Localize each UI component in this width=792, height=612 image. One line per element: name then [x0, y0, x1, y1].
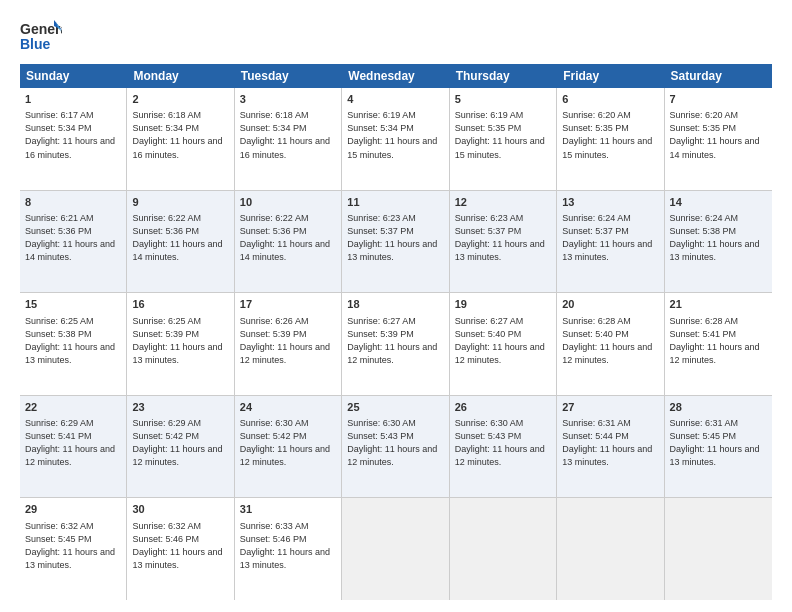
- day-number: 1: [25, 92, 121, 107]
- day-number: 8: [25, 195, 121, 210]
- calendar-cell: 8Sunrise: 6:21 AM Sunset: 5:36 PM Daylig…: [20, 191, 127, 293]
- calendar-cell: 20Sunrise: 6:28 AM Sunset: 5:40 PM Dayli…: [557, 293, 664, 395]
- calendar-cell: 16Sunrise: 6:25 AM Sunset: 5:39 PM Dayli…: [127, 293, 234, 395]
- calendar-cell: 28Sunrise: 6:31 AM Sunset: 5:45 PM Dayli…: [665, 396, 772, 498]
- calendar-cell: 6Sunrise: 6:20 AM Sunset: 5:35 PM Daylig…: [557, 88, 664, 190]
- calendar-cell: 14Sunrise: 6:24 AM Sunset: 5:38 PM Dayli…: [665, 191, 772, 293]
- day-number: 17: [240, 297, 336, 312]
- day-number: 21: [670, 297, 767, 312]
- calendar-cell: 31Sunrise: 6:33 AM Sunset: 5:46 PM Dayli…: [235, 498, 342, 600]
- calendar-cell: [342, 498, 449, 600]
- day-number: 16: [132, 297, 228, 312]
- weekday-header: Sunday: [20, 64, 127, 88]
- day-number: 12: [455, 195, 551, 210]
- calendar-row: 8Sunrise: 6:21 AM Sunset: 5:36 PM Daylig…: [20, 191, 772, 294]
- calendar-cell: 7Sunrise: 6:20 AM Sunset: 5:35 PM Daylig…: [665, 88, 772, 190]
- calendar-cell: 12Sunrise: 6:23 AM Sunset: 5:37 PM Dayli…: [450, 191, 557, 293]
- cell-content: Sunrise: 6:25 AM Sunset: 5:38 PM Dayligh…: [25, 315, 121, 367]
- cell-content: Sunrise: 6:25 AM Sunset: 5:39 PM Dayligh…: [132, 315, 228, 367]
- calendar-cell: 19Sunrise: 6:27 AM Sunset: 5:40 PM Dayli…: [450, 293, 557, 395]
- calendar-cell: [450, 498, 557, 600]
- cell-content: Sunrise: 6:17 AM Sunset: 5:34 PM Dayligh…: [25, 109, 121, 161]
- day-number: 19: [455, 297, 551, 312]
- calendar-cell: 29Sunrise: 6:32 AM Sunset: 5:45 PM Dayli…: [20, 498, 127, 600]
- calendar-row: 29Sunrise: 6:32 AM Sunset: 5:45 PM Dayli…: [20, 498, 772, 600]
- weekday-header: Friday: [557, 64, 664, 88]
- cell-content: Sunrise: 6:30 AM Sunset: 5:43 PM Dayligh…: [347, 417, 443, 469]
- cell-content: Sunrise: 6:20 AM Sunset: 5:35 PM Dayligh…: [670, 109, 767, 161]
- cell-content: Sunrise: 6:23 AM Sunset: 5:37 PM Dayligh…: [455, 212, 551, 264]
- cell-content: Sunrise: 6:18 AM Sunset: 5:34 PM Dayligh…: [240, 109, 336, 161]
- day-number: 7: [670, 92, 767, 107]
- day-number: 18: [347, 297, 443, 312]
- calendar-header: SundayMondayTuesdayWednesdayThursdayFrid…: [20, 64, 772, 88]
- weekday-header: Saturday: [665, 64, 772, 88]
- day-number: 26: [455, 400, 551, 415]
- calendar: SundayMondayTuesdayWednesdayThursdayFrid…: [20, 64, 772, 600]
- cell-content: Sunrise: 6:31 AM Sunset: 5:45 PM Dayligh…: [670, 417, 767, 469]
- calendar-cell: 30Sunrise: 6:32 AM Sunset: 5:46 PM Dayli…: [127, 498, 234, 600]
- calendar-cell: 17Sunrise: 6:26 AM Sunset: 5:39 PM Dayli…: [235, 293, 342, 395]
- calendar-body: 1Sunrise: 6:17 AM Sunset: 5:34 PM Daylig…: [20, 88, 772, 600]
- cell-content: Sunrise: 6:27 AM Sunset: 5:40 PM Dayligh…: [455, 315, 551, 367]
- calendar-cell: 18Sunrise: 6:27 AM Sunset: 5:39 PM Dayli…: [342, 293, 449, 395]
- weekday-header: Tuesday: [235, 64, 342, 88]
- cell-content: Sunrise: 6:32 AM Sunset: 5:46 PM Dayligh…: [132, 520, 228, 572]
- cell-content: Sunrise: 6:29 AM Sunset: 5:42 PM Dayligh…: [132, 417, 228, 469]
- calendar-row: 22Sunrise: 6:29 AM Sunset: 5:41 PM Dayli…: [20, 396, 772, 499]
- day-number: 14: [670, 195, 767, 210]
- calendar-cell: 21Sunrise: 6:28 AM Sunset: 5:41 PM Dayli…: [665, 293, 772, 395]
- calendar-row: 1Sunrise: 6:17 AM Sunset: 5:34 PM Daylig…: [20, 88, 772, 191]
- calendar-cell: 24Sunrise: 6:30 AM Sunset: 5:42 PM Dayli…: [235, 396, 342, 498]
- header: GeneralBlue: [20, 18, 772, 56]
- calendar-cell: 15Sunrise: 6:25 AM Sunset: 5:38 PM Dayli…: [20, 293, 127, 395]
- weekday-header: Monday: [127, 64, 234, 88]
- day-number: 3: [240, 92, 336, 107]
- day-number: 6: [562, 92, 658, 107]
- calendar-cell: 11Sunrise: 6:23 AM Sunset: 5:37 PM Dayli…: [342, 191, 449, 293]
- calendar-cell: 26Sunrise: 6:30 AM Sunset: 5:43 PM Dayli…: [450, 396, 557, 498]
- day-number: 25: [347, 400, 443, 415]
- day-number: 4: [347, 92, 443, 107]
- calendar-cell: 9Sunrise: 6:22 AM Sunset: 5:36 PM Daylig…: [127, 191, 234, 293]
- cell-content: Sunrise: 6:30 AM Sunset: 5:42 PM Dayligh…: [240, 417, 336, 469]
- calendar-cell: 13Sunrise: 6:24 AM Sunset: 5:37 PM Dayli…: [557, 191, 664, 293]
- day-number: 2: [132, 92, 228, 107]
- cell-content: Sunrise: 6:29 AM Sunset: 5:41 PM Dayligh…: [25, 417, 121, 469]
- cell-content: Sunrise: 6:30 AM Sunset: 5:43 PM Dayligh…: [455, 417, 551, 469]
- cell-content: Sunrise: 6:32 AM Sunset: 5:45 PM Dayligh…: [25, 520, 121, 572]
- cell-content: Sunrise: 6:28 AM Sunset: 5:41 PM Dayligh…: [670, 315, 767, 367]
- cell-content: Sunrise: 6:23 AM Sunset: 5:37 PM Dayligh…: [347, 212, 443, 264]
- calendar-cell: 25Sunrise: 6:30 AM Sunset: 5:43 PM Dayli…: [342, 396, 449, 498]
- day-number: 13: [562, 195, 658, 210]
- day-number: 5: [455, 92, 551, 107]
- cell-content: Sunrise: 6:31 AM Sunset: 5:44 PM Dayligh…: [562, 417, 658, 469]
- day-number: 29: [25, 502, 121, 517]
- day-number: 11: [347, 195, 443, 210]
- cell-content: Sunrise: 6:19 AM Sunset: 5:34 PM Dayligh…: [347, 109, 443, 161]
- weekday-header: Thursday: [450, 64, 557, 88]
- cell-content: Sunrise: 6:18 AM Sunset: 5:34 PM Dayligh…: [132, 109, 228, 161]
- calendar-cell: [557, 498, 664, 600]
- calendar-cell: 27Sunrise: 6:31 AM Sunset: 5:44 PM Dayli…: [557, 396, 664, 498]
- day-number: 9: [132, 195, 228, 210]
- cell-content: Sunrise: 6:26 AM Sunset: 5:39 PM Dayligh…: [240, 315, 336, 367]
- cell-content: Sunrise: 6:22 AM Sunset: 5:36 PM Dayligh…: [240, 212, 336, 264]
- cell-content: Sunrise: 6:33 AM Sunset: 5:46 PM Dayligh…: [240, 520, 336, 572]
- calendar-cell: 2Sunrise: 6:18 AM Sunset: 5:34 PM Daylig…: [127, 88, 234, 190]
- day-number: 28: [670, 400, 767, 415]
- calendar-cell: 22Sunrise: 6:29 AM Sunset: 5:41 PM Dayli…: [20, 396, 127, 498]
- day-number: 24: [240, 400, 336, 415]
- cell-content: Sunrise: 6:28 AM Sunset: 5:40 PM Dayligh…: [562, 315, 658, 367]
- calendar-row: 15Sunrise: 6:25 AM Sunset: 5:38 PM Dayli…: [20, 293, 772, 396]
- cell-content: Sunrise: 6:24 AM Sunset: 5:37 PM Dayligh…: [562, 212, 658, 264]
- cell-content: Sunrise: 6:21 AM Sunset: 5:36 PM Dayligh…: [25, 212, 121, 264]
- day-number: 22: [25, 400, 121, 415]
- logo-svg: GeneralBlue: [20, 18, 62, 56]
- calendar-cell: 3Sunrise: 6:18 AM Sunset: 5:34 PM Daylig…: [235, 88, 342, 190]
- day-number: 10: [240, 195, 336, 210]
- day-number: 23: [132, 400, 228, 415]
- calendar-cell: 4Sunrise: 6:19 AM Sunset: 5:34 PM Daylig…: [342, 88, 449, 190]
- calendar-cell: 10Sunrise: 6:22 AM Sunset: 5:36 PM Dayli…: [235, 191, 342, 293]
- day-number: 15: [25, 297, 121, 312]
